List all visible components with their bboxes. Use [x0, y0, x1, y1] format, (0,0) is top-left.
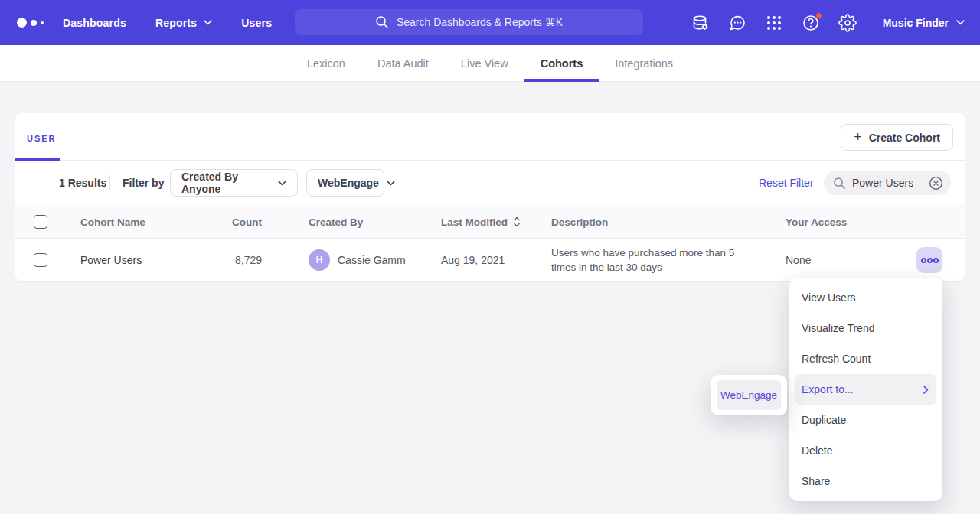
avatar: H [309, 249, 330, 271]
integration-filter-dropdown[interactable]: WebEngage [306, 169, 384, 197]
menu-item-export-to[interactable]: Export to... [795, 374, 936, 405]
results-count: 1 Results [59, 177, 106, 189]
header-your-access: Your Access [786, 216, 847, 227]
nav-item-users[interactable]: Users [241, 17, 272, 29]
header-last-modified[interactable]: Last Modified [441, 216, 520, 227]
data-management-icon[interactable] [691, 14, 710, 32]
topnav-links: Dashboards Reports Users [63, 17, 272, 29]
search-icon [833, 177, 846, 190]
sort-icon [514, 216, 520, 226]
header-count: Count [218, 216, 262, 227]
secondary-navbar: Lexicon Data Audit Live View Cohorts Int… [0, 45, 980, 82]
tab-user-cohorts[interactable]: USER [27, 134, 57, 143]
created-by-cell: H Cassie Gamm [309, 249, 406, 271]
nav-item-users-label: Users [241, 17, 272, 29]
global-search-placeholder: Search Dashboards & Reports ⌘K [397, 16, 563, 28]
menu-item-delete[interactable]: Delete [789, 435, 942, 466]
created-by-dropdown[interactable]: Created By Anyone [170, 169, 298, 197]
tab-cohorts[interactable]: Cohorts [524, 45, 599, 81]
menu-item-duplicate[interactable]: Duplicate [789, 405, 942, 435]
cohort-search-box [824, 171, 951, 195]
tab-lexicon[interactable]: Lexicon [291, 45, 361, 81]
topnav-right: Music Finder [691, 0, 965, 45]
search-icon [375, 15, 389, 29]
nav-item-dashboards-label: Dashboards [63, 17, 126, 29]
row-actions-menu: View Users Visualize Trend Refresh Count… [789, 278, 942, 501]
tab-integrations[interactable]: Integrations [599, 45, 689, 81]
cohort-search-input[interactable] [852, 177, 923, 189]
apps-grid-icon[interactable] [765, 14, 783, 32]
menu-item-refresh-count[interactable]: Refresh Count [789, 343, 942, 374]
submenu-item-webengage[interactable]: WebEngage [717, 380, 781, 410]
ellipsis-icon [921, 258, 926, 263]
help-notification-dot [815, 12, 822, 19]
tab-data-audit-label: Data Audit [377, 57, 429, 70]
nav-item-reports[interactable]: Reports [155, 17, 212, 29]
create-cohort-button[interactable]: + Create Cohort [841, 124, 953, 151]
filter-bar: 1 Results Filter by Created By Anyone We… [15, 161, 965, 205]
select-all-checkbox[interactable] [34, 215, 47, 229]
chevron-down-icon [956, 20, 965, 25]
created-by-dropdown-value: Created By Anyone [181, 171, 270, 195]
plus-icon: + [854, 130, 862, 144]
mixpanel-logo-icon[interactable] [17, 18, 51, 28]
tab-lexicon-label: Lexicon [307, 57, 345, 70]
export-submenu: WebEngage [710, 375, 787, 415]
help-icon[interactable] [802, 14, 820, 32]
tab-live-view[interactable]: Live View [445, 45, 524, 81]
cohorts-page: Dashboards Reports Users Search Dashboar… [0, 0, 980, 514]
last-modified-cell: Aug 19, 2021 [441, 254, 505, 266]
panel-header: USER + Create Cohort [15, 113, 965, 161]
integration-filter-value: WebEngage [318, 177, 379, 189]
global-search-input[interactable]: Search Dashboards & Reports ⌘K [295, 9, 643, 35]
chevron-right-icon [923, 386, 929, 394]
project-switcher[interactable]: Music Finder [883, 17, 965, 29]
menu-item-visualize-trend[interactable]: Visualize Trend [789, 313, 942, 343]
menu-item-export-to-label: Export to... [802, 383, 854, 395]
count-cell: 8,729 [218, 254, 262, 266]
tab-integrations-label: Integrations [615, 57, 673, 70]
nav-item-dashboards[interactable]: Dashboards [63, 17, 126, 29]
chevron-down-icon [278, 181, 286, 186]
header-created-by: Created By [309, 216, 363, 227]
menu-item-share[interactable]: Share [789, 466, 942, 496]
table-row[interactable]: Power Users 8,729 H Cassie Gamm Aug 19, … [15, 239, 965, 281]
tab-live-view-label: Live View [461, 57, 508, 70]
row-checkbox[interactable] [34, 253, 47, 267]
top-navbar: Dashboards Reports Users Search Dashboar… [0, 0, 980, 45]
chevron-down-icon [204, 20, 212, 25]
clear-search-icon[interactable] [929, 176, 943, 190]
reset-filter-link[interactable]: Reset Filter [759, 177, 814, 189]
menu-item-view-users[interactable]: View Users [789, 282, 942, 313]
header-last-modified-label: Last Modified [441, 216, 508, 227]
header-cohort-name: Cohort Name [80, 216, 145, 227]
settings-gear-icon[interactable] [838, 14, 857, 32]
cohorts-panel: USER + Create Cohort 1 Results Filter by… [15, 113, 965, 281]
create-cohort-label: Create Cohort [869, 132, 940, 144]
filter-by-label: Filter by [122, 177, 164, 189]
tab-data-audit[interactable]: Data Audit [361, 45, 445, 81]
row-actions-button[interactable] [916, 247, 942, 273]
nav-item-reports-label: Reports [155, 17, 197, 29]
chevron-down-icon [387, 181, 395, 186]
created-by-name: Cassie Gamm [338, 254, 406, 266]
table-header-row: Cohort Name Count Created By Last Modifi… [15, 205, 965, 239]
your-access-cell: None [786, 254, 811, 266]
messages-icon[interactable] [728, 14, 746, 32]
vertical-divider [109, 175, 110, 190]
header-description: Description [551, 216, 744, 227]
tab-cohorts-label: Cohorts [541, 57, 583, 70]
project-name: Music Finder [883, 17, 949, 29]
cohort-name-cell[interactable]: Power Users [80, 254, 142, 266]
description-cell: Users who have purchased more than 5 tim… [551, 246, 744, 275]
